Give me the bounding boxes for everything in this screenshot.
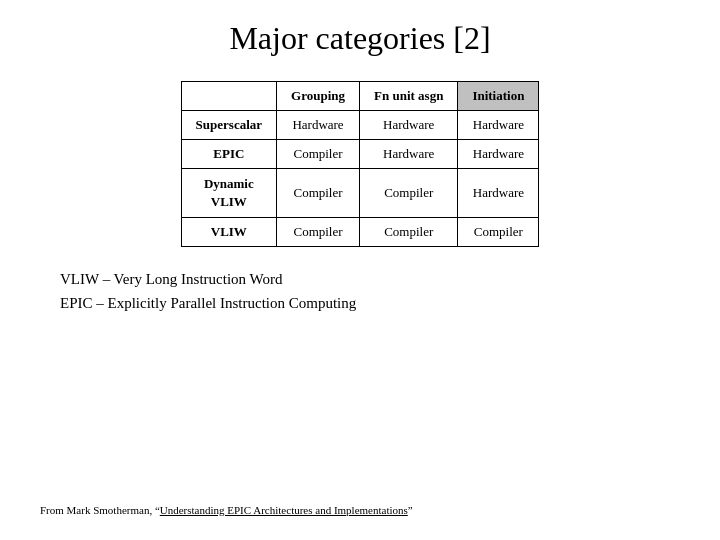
categories-table: Grouping Fn unit asgn Initiation Supersc… — [181, 81, 540, 247]
description-line1: VLIW – Very Long Instruction Word — [60, 267, 356, 291]
page-title: Major categories [2] — [40, 20, 680, 57]
col-header-initiation: Initiation — [458, 82, 539, 111]
table-row: VLIW Compiler Compiler Compiler — [181, 218, 539, 247]
cell-vliw-fnunit: Compiler — [360, 218, 458, 247]
cell-vliw-initiation: Compiler — [458, 218, 539, 247]
cell-superscalar-fnunit: Hardware — [360, 111, 458, 140]
cell-dvliw-grouping: Compiler — [277, 169, 360, 218]
cell-epic-fnunit: Hardware — [360, 140, 458, 169]
footnote-prefix: From Mark Smotherman, “ — [40, 504, 160, 516]
row-label-vliw: VLIW — [181, 218, 276, 247]
table-row: EPIC Compiler Hardware Hardware — [181, 140, 539, 169]
col-header-empty — [181, 82, 276, 111]
table-row: DynamicVLIW Compiler Compiler Hardware — [181, 169, 539, 218]
cell-superscalar-initiation: Hardware — [458, 111, 539, 140]
footnote: From Mark Smotherman, “Understanding EPI… — [40, 504, 413, 520]
description-line2: EPIC – Explicitly Parallel Instruction C… — [60, 291, 356, 315]
col-header-fn-unit: Fn unit asgn — [360, 82, 458, 111]
col-header-grouping: Grouping — [277, 82, 360, 111]
cell-dvliw-fnunit: Compiler — [360, 169, 458, 218]
cell-dvliw-initiation: Hardware — [458, 169, 539, 218]
cell-vliw-grouping: Compiler — [277, 218, 360, 247]
table-row: Superscalar Hardware Hardware Hardware — [181, 111, 539, 140]
main-page: Major categories [2] Grouping Fn unit as… — [0, 0, 720, 540]
footnote-link[interactable]: Understanding EPIC Architectures and Imp… — [160, 504, 408, 516]
table-container: Grouping Fn unit asgn Initiation Supersc… — [40, 81, 680, 247]
table-header-row: Grouping Fn unit asgn Initiation — [181, 82, 539, 111]
row-label-dynamic-vliw: DynamicVLIW — [181, 169, 276, 218]
cell-superscalar-grouping: Hardware — [277, 111, 360, 140]
description: VLIW – Very Long Instruction Word EPIC –… — [60, 267, 356, 315]
cell-epic-initiation: Hardware — [458, 140, 539, 169]
row-label-epic: EPIC — [181, 140, 276, 169]
row-label-superscalar: Superscalar — [181, 111, 276, 140]
footnote-suffix: ” — [408, 504, 413, 516]
cell-epic-grouping: Compiler — [277, 140, 360, 169]
